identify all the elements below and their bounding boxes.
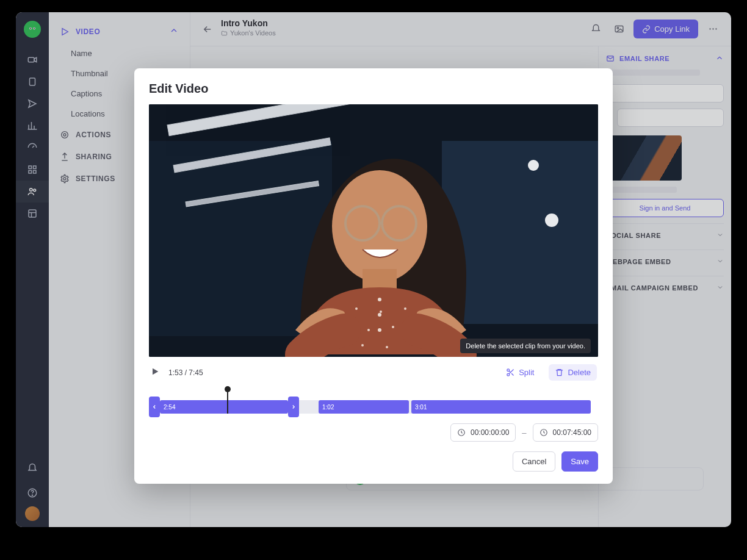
modal-overlay: Edit Video <box>16 12 731 527</box>
scissors-icon <box>506 368 515 377</box>
svg-point-58 <box>507 373 510 376</box>
timecode-value: 00:00:00:00 <box>471 428 509 437</box>
svg-point-49 <box>361 344 364 346</box>
save-button[interactable]: Save <box>561 451 598 472</box>
timecode-end[interactable]: 00:07:45:00 <box>533 423 598 442</box>
timeline-clip-2[interactable]: 1:02 <box>319 400 409 414</box>
split-button[interactable]: Split <box>500 364 540 381</box>
svg-point-41 <box>355 307 358 310</box>
svg-point-32 <box>545 214 558 227</box>
svg-point-54 <box>378 313 381 317</box>
trim-handle-left[interactable] <box>149 397 160 417</box>
timecode-value: 00:07:45:00 <box>553 428 591 437</box>
svg-point-31 <box>528 160 539 171</box>
range-separator: – <box>522 428 526 437</box>
clip-duration: 2:54 <box>164 404 175 411</box>
modal-title: Edit Video <box>149 82 598 96</box>
svg-point-44 <box>392 326 394 328</box>
clip-duration: 1:02 <box>322 404 334 411</box>
delete-tooltip: Delete the selected clip from your video… <box>460 339 591 353</box>
trash-icon <box>555 368 564 377</box>
split-label: Split <box>519 368 534 377</box>
timecode-start[interactable]: 00:00:00:00 <box>450 423 516 442</box>
clock-icon <box>457 428 466 437</box>
play-button[interactable] <box>150 367 160 379</box>
save-label: Save <box>571 457 589 466</box>
svg-point-55 <box>378 328 381 332</box>
svg-point-42 <box>367 329 370 331</box>
svg-point-43 <box>380 311 382 313</box>
svg-point-50 <box>386 346 388 348</box>
timeline-clip-3[interactable]: 3:01 <box>411 400 591 414</box>
cancel-label: Cancel <box>522 457 546 466</box>
svg-point-57 <box>507 369 510 372</box>
clock-icon <box>540 428 548 437</box>
video-preview[interactable] <box>149 104 598 357</box>
svg-point-45 <box>404 307 406 310</box>
timeline[interactable]: 2:54 1:02 3:01 <box>149 388 598 416</box>
cancel-button[interactable]: Cancel <box>513 451 555 472</box>
playhead[interactable] <box>227 388 228 414</box>
clip-duration: 3:01 <box>415 404 427 411</box>
svg-point-53 <box>378 298 381 301</box>
timeline-clip-1[interactable]: 2:54 <box>160 400 288 414</box>
edit-video-modal: Edit Video <box>134 68 613 484</box>
playback-time: 1:53 / 7:45 <box>168 368 203 377</box>
svg-marker-56 <box>153 368 158 375</box>
trim-handle-right[interactable] <box>288 397 299 417</box>
delete-button[interactable]: Delete <box>549 364 597 381</box>
delete-label: Delete <box>568 368 591 377</box>
